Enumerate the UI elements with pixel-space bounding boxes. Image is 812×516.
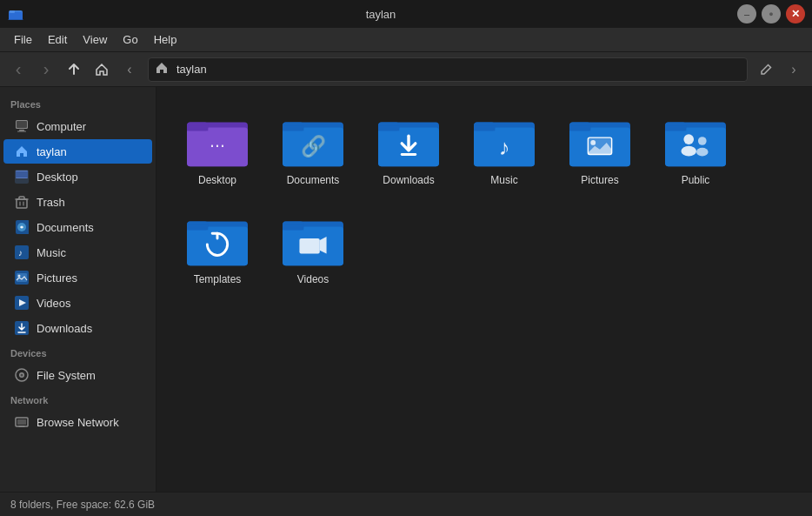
folder-icon-pictures bbox=[569, 115, 630, 167]
home-icon bbox=[14, 144, 30, 159]
svg-rect-57 bbox=[665, 127, 726, 166]
sidebar-item-computer[interactable]: Computer bbox=[3, 114, 152, 138]
edit-location-button[interactable] bbox=[753, 57, 779, 83]
main-area: Places Computer taylan bbox=[0, 87, 812, 492]
sidebar-item-desktop[interactable]: Desktop bbox=[3, 164, 152, 189]
videos-icon bbox=[14, 295, 30, 311]
menu-file[interactable]: File bbox=[7, 31, 39, 48]
file-label-public: Public bbox=[682, 174, 710, 188]
folder-icon-downloads bbox=[378, 115, 439, 167]
file-item-pictures[interactable]: Pictures bbox=[556, 104, 643, 195]
svg-rect-2 bbox=[10, 10, 15, 13]
sidebar: Places Computer taylan bbox=[0, 87, 156, 492]
sidebar-item-videos-label: Videos bbox=[37, 297, 71, 310]
forward-button[interactable]: › bbox=[33, 57, 59, 83]
svg-rect-42 bbox=[378, 126, 399, 131]
sidebar-item-browse-network[interactable]: Browse Network bbox=[3, 410, 152, 434]
computer-icon bbox=[14, 118, 30, 134]
breadcrumb-bar[interactable]: taylan bbox=[148, 57, 748, 82]
up-button[interactable] bbox=[61, 57, 87, 83]
file-item-videos[interactable]: Videos bbox=[270, 204, 356, 294]
file-label-music: Music bbox=[490, 174, 517, 188]
sidebar-item-trash-label: Trash bbox=[37, 196, 65, 209]
svg-rect-67 bbox=[187, 224, 208, 230]
downloads-icon bbox=[14, 320, 30, 336]
file-label-downloads: Downloads bbox=[383, 174, 434, 188]
svg-rect-28 bbox=[17, 419, 26, 425]
sidebar-item-music-label: Music bbox=[37, 246, 66, 259]
menu-go[interactable]: Go bbox=[116, 31, 144, 48]
close-button[interactable]: ✕ bbox=[786, 4, 805, 23]
svg-rect-53 bbox=[569, 126, 590, 131]
sidebar-item-pictures[interactable]: Pictures bbox=[3, 265, 152, 290]
home-button[interactable] bbox=[89, 57, 115, 83]
sidebar-item-browse-network-label: Browse Network bbox=[37, 416, 119, 429]
sidebar-item-downloads[interactable]: Downloads bbox=[3, 316, 152, 340]
statusbar-text: 8 folders, Free space: 62.6 GiB bbox=[10, 499, 155, 511]
file-label-templates: Templates bbox=[194, 273, 242, 287]
sidebar-item-filesystem[interactable]: File System bbox=[3, 363, 152, 387]
maximize-button[interactable]: ● bbox=[762, 4, 781, 23]
minimize-button[interactable]: – bbox=[737, 4, 756, 23]
svg-rect-48 bbox=[474, 126, 495, 131]
svg-rect-1 bbox=[9, 12, 23, 20]
sidebar-item-documents-label: Documents bbox=[37, 221, 94, 234]
places-section-label: Places bbox=[0, 92, 156, 113]
folder-icon-public bbox=[665, 115, 726, 167]
file-grid: ··· Desktop 🔗 Documents bbox=[174, 104, 795, 293]
svg-rect-3 bbox=[8, 19, 23, 20]
devices-section-label: Devices bbox=[0, 341, 156, 362]
documents-icon bbox=[14, 219, 30, 235]
svg-point-62 bbox=[698, 137, 707, 145]
file-item-public[interactable]: Public bbox=[652, 104, 739, 195]
file-item-documents[interactable]: 🔗 Documents bbox=[270, 104, 356, 195]
menu-edit[interactable]: Edit bbox=[41, 31, 74, 48]
breadcrumb-right-chevron[interactable]: › bbox=[781, 57, 807, 83]
svg-rect-59 bbox=[665, 126, 686, 131]
svg-rect-32 bbox=[187, 126, 208, 131]
sidebar-item-desktop-label: Desktop bbox=[37, 171, 78, 184]
svg-point-26 bbox=[21, 374, 23, 377]
sidebar-item-home[interactable]: taylan bbox=[3, 139, 152, 164]
sidebar-item-home-label: taylan bbox=[37, 145, 67, 158]
folder-icon-music: ♪ bbox=[474, 115, 535, 167]
window-title: taylan bbox=[24, 8, 737, 21]
sidebar-item-music[interactable]: ♪ Music bbox=[3, 240, 152, 265]
svg-rect-5 bbox=[17, 121, 27, 128]
file-item-templates[interactable]: Templates bbox=[174, 204, 261, 294]
svg-rect-11 bbox=[16, 171, 28, 178]
menu-view[interactable]: View bbox=[76, 31, 114, 48]
file-content-area: ··· Desktop 🔗 Documents bbox=[156, 87, 812, 492]
breadcrumb-left-chevron[interactable]: ‹ bbox=[116, 57, 143, 83]
sidebar-item-trash[interactable]: Trash bbox=[3, 190, 152, 214]
svg-rect-6 bbox=[19, 130, 24, 131]
svg-rect-7 bbox=[17, 131, 26, 132]
folder-icon-desktop: ··· bbox=[187, 115, 248, 167]
svg-text:···: ··· bbox=[210, 135, 225, 156]
app-icon bbox=[7, 5, 24, 23]
window-controls: – ● ✕ bbox=[737, 4, 805, 23]
svg-text:♪: ♪ bbox=[499, 135, 510, 159]
breadcrumb-home-icon bbox=[156, 62, 168, 77]
back-button[interactable]: ‹ bbox=[5, 57, 31, 83]
svg-rect-12 bbox=[17, 199, 27, 208]
titlebar: taylan – ● ✕ bbox=[0, 0, 812, 28]
breadcrumb-location: taylan bbox=[176, 63, 207, 76]
sidebar-item-downloads-label: Downloads bbox=[37, 322, 92, 335]
desktop-icon bbox=[14, 169, 30, 184]
sidebar-item-documents[interactable]: Documents bbox=[3, 215, 152, 239]
svg-point-55 bbox=[590, 140, 596, 145]
menubar: File Edit View Go Help bbox=[0, 28, 812, 52]
file-item-music[interactable]: ♪ Music bbox=[461, 104, 548, 195]
network-section-label: Network bbox=[0, 388, 156, 409]
file-item-desktop[interactable]: ··· Desktop bbox=[174, 104, 261, 195]
menu-help[interactable]: Help bbox=[147, 31, 184, 48]
file-item-downloads[interactable]: Downloads bbox=[365, 104, 452, 195]
sidebar-item-pictures-label: Pictures bbox=[37, 271, 77, 285]
svg-point-60 bbox=[683, 134, 694, 144]
sidebar-item-videos[interactable]: Videos bbox=[3, 291, 152, 315]
svg-point-61 bbox=[681, 146, 696, 157]
toolbar: ‹ › ‹ taylan › bbox=[0, 52, 812, 87]
svg-point-19 bbox=[18, 275, 21, 278]
sidebar-item-computer-label: Computer bbox=[37, 120, 86, 133]
